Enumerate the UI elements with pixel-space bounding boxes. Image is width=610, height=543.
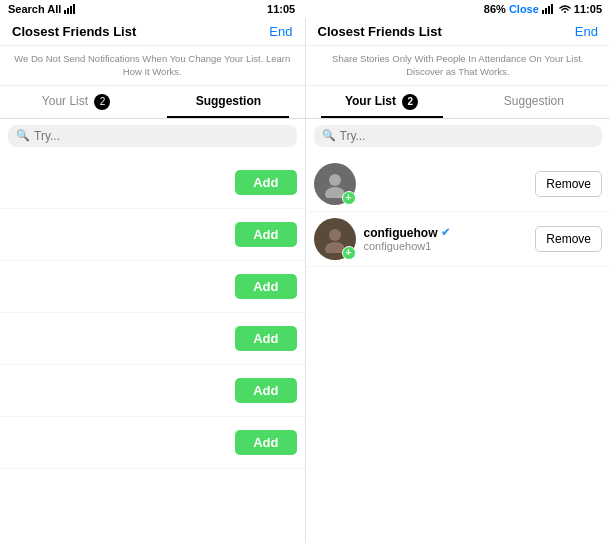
add-button-4[interactable]: Add — [235, 326, 296, 351]
svg-rect-0 — [64, 10, 66, 14]
right-list-item-2: + configuehow ✔ configuehow1 Remove — [306, 212, 611, 267]
add-button-6[interactable]: Add — [235, 430, 296, 455]
svg-rect-2 — [70, 6, 72, 14]
list-item: Add — [0, 261, 305, 313]
status-bar: Search All 11:05 86% Close 11:05 — [0, 0, 610, 18]
add-button-3[interactable]: Add — [235, 274, 296, 299]
list-item: Add — [0, 157, 305, 209]
signal-text: Search All — [8, 3, 61, 15]
svg-rect-5 — [545, 8, 547, 14]
list-item: Add — [0, 417, 305, 469]
right-info-text: Share Stories Only With People In Attend… — [306, 46, 611, 86]
svg-rect-7 — [551, 4, 553, 14]
status-left: Search All — [8, 3, 78, 15]
add-button-1[interactable]: Add — [235, 170, 296, 195]
search-icon-right: 🔍 — [322, 129, 336, 142]
left-panel-action[interactable]: End — [269, 24, 292, 39]
add-button-5[interactable]: Add — [235, 378, 296, 403]
remove-button-1[interactable]: Remove — [535, 171, 602, 197]
left-list-area: Add Add Add Add Add Add — [0, 153, 305, 543]
left-tab-yourlist[interactable]: Your List 2 — [0, 86, 152, 118]
add-button-2[interactable]: Add — [235, 222, 296, 247]
right-tab-suggestion[interactable]: Suggestion — [458, 86, 610, 118]
svg-point-8 — [329, 174, 341, 186]
left-panel-title: Closest Friends List — [12, 24, 136, 39]
user-handle-2: configuehow1 — [364, 240, 528, 252]
svg-rect-4 — [542, 10, 544, 14]
battery-text: 86% — [484, 3, 506, 15]
left-search-bar[interactable]: 🔍 — [8, 125, 297, 147]
time-right: 11:05 — [574, 3, 602, 15]
right-tab-yourlist[interactable]: Your List 2 — [306, 86, 458, 118]
left-info-text: We Do Not Send Notifications When You Ch… — [0, 46, 305, 86]
main-split: Closest Friends List End We Do Not Send … — [0, 18, 610, 543]
avatar-wrap-2: + — [314, 218, 356, 260]
right-search-input[interactable] — [340, 129, 595, 143]
right-panel: Closest Friends List End Share Stories O… — [306, 18, 611, 543]
svg-point-10 — [329, 229, 341, 241]
remove-button-2[interactable]: Remove — [535, 226, 602, 252]
left-panel-header: Closest Friends List End — [0, 18, 305, 46]
right-panel-header: Closest Friends List End — [306, 18, 611, 46]
right-list-item-1: + Remove — [306, 157, 611, 212]
svg-rect-3 — [73, 4, 75, 14]
left-tabs: Your List 2 Suggestion — [0, 86, 305, 119]
search-icon-left: 🔍 — [16, 129, 30, 142]
left-tab-suggestion[interactable]: Suggestion — [152, 86, 304, 118]
right-tabs: Your List 2 Suggestion — [306, 86, 611, 119]
username-2: configuehow ✔ — [364, 226, 528, 240]
status-right: 86% Close 11:05 — [484, 3, 602, 15]
add-badge-2: + — [342, 246, 356, 260]
right-panel-action[interactable]: End — [575, 24, 598, 39]
list-item: Add — [0, 209, 305, 261]
left-search-input[interactable] — [34, 129, 289, 143]
signal-icon — [64, 4, 78, 14]
list-item: Add — [0, 365, 305, 417]
right-search-bar[interactable]: 🔍 — [314, 125, 603, 147]
wifi-icon-right — [559, 4, 571, 14]
left-tab-badge: 2 — [94, 94, 110, 110]
left-panel: Closest Friends List End We Do Not Send … — [0, 18, 306, 543]
close-text[interactable]: Close — [509, 3, 539, 15]
svg-rect-6 — [548, 6, 550, 14]
right-panel-title: Closest Friends List — [318, 24, 442, 39]
right-list-area: + Remove + — [306, 153, 611, 543]
signal-icon-right — [542, 4, 556, 14]
list-item: Add — [0, 313, 305, 365]
verified-icon-2: ✔ — [441, 226, 450, 239]
svg-rect-1 — [67, 8, 69, 14]
right-tab-badge: 2 — [402, 94, 418, 110]
avatar-wrap-1: + — [314, 163, 356, 205]
user-info-2: configuehow ✔ configuehow1 — [364, 226, 528, 252]
time-left: 11:05 — [267, 3, 295, 15]
add-badge-1: + — [342, 191, 356, 205]
